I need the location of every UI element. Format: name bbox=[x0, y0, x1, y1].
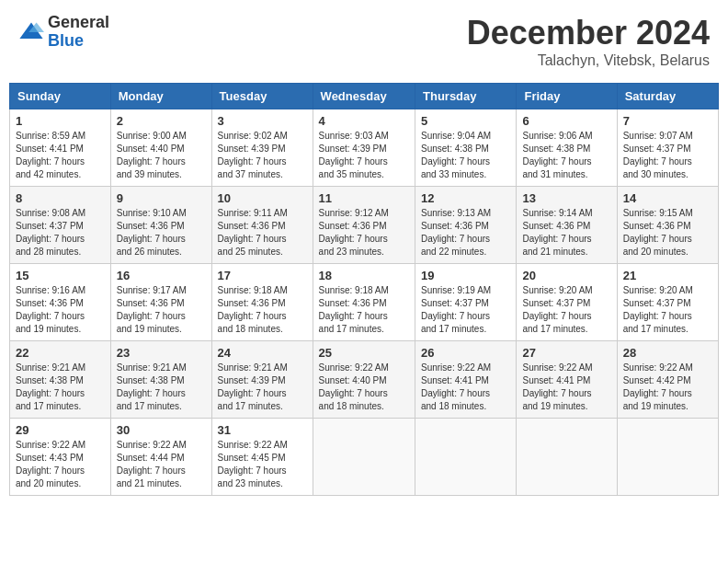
table-row: 26 Sunrise: 9:22 AMSunset: 4:41 PMDaylig… bbox=[415, 341, 517, 419]
day-number: 28 bbox=[623, 346, 712, 360]
col-wednesday: Wednesday bbox=[313, 84, 415, 109]
table-row: 10 Sunrise: 9:11 AMSunset: 4:36 PMDaylig… bbox=[211, 187, 313, 264]
col-monday: Monday bbox=[110, 84, 211, 109]
table-row: 18 Sunrise: 9:18 AMSunset: 4:36 PMDaylig… bbox=[313, 264, 415, 341]
day-number: 4 bbox=[319, 114, 409, 128]
calendar-header-row: Sunday Monday Tuesday Wednesday Thursday… bbox=[10, 84, 719, 109]
day-number: 9 bbox=[117, 191, 206, 205]
table-row: 2 Sunrise: 9:00 AMSunset: 4:40 PMDayligh… bbox=[110, 109, 211, 187]
logo-icon bbox=[18, 19, 44, 45]
day-info: Sunrise: 9:22 AMSunset: 4:40 PMDaylight:… bbox=[319, 362, 389, 411]
table-row: 25 Sunrise: 9:22 AMSunset: 4:40 PMDaylig… bbox=[313, 341, 415, 419]
day-info: Sunrise: 8:59 AMSunset: 4:41 PMDaylight:… bbox=[16, 131, 85, 179]
day-number: 6 bbox=[522, 114, 610, 128]
day-info: Sunrise: 9:22 AMSunset: 4:41 PMDaylight:… bbox=[522, 362, 592, 411]
logo: General Blue bbox=[18, 14, 109, 51]
calendar-table: Sunday Monday Tuesday Wednesday Thursday… bbox=[9, 83, 719, 496]
day-number: 12 bbox=[421, 191, 510, 205]
day-number: 14 bbox=[623, 191, 712, 205]
day-number: 1 bbox=[16, 114, 105, 128]
day-info: Sunrise: 9:15 AMSunset: 4:36 PMDaylight:… bbox=[623, 208, 693, 257]
table-row: 29 Sunrise: 9:22 AMSunset: 4:43 PMDaylig… bbox=[10, 419, 111, 496]
table-row: 15 Sunrise: 9:16 AMSunset: 4:36 PMDaylig… bbox=[10, 264, 111, 341]
day-number: 31 bbox=[218, 423, 307, 437]
day-info: Sunrise: 9:03 AMSunset: 4:39 PMDaylight:… bbox=[319, 131, 389, 179]
day-info: Sunrise: 9:06 AMSunset: 4:38 PMDaylight:… bbox=[522, 131, 592, 179]
day-number: 5 bbox=[421, 114, 510, 128]
day-number: 2 bbox=[117, 114, 206, 128]
table-row: 28 Sunrise: 9:22 AMSunset: 4:42 PMDaylig… bbox=[617, 341, 718, 419]
table-row bbox=[415, 419, 517, 496]
day-info: Sunrise: 9:10 AMSunset: 4:36 PMDaylight:… bbox=[117, 208, 187, 257]
day-number: 8 bbox=[16, 191, 105, 205]
day-info: Sunrise: 9:11 AMSunset: 4:36 PMDaylight:… bbox=[218, 208, 288, 257]
col-tuesday: Tuesday bbox=[211, 84, 313, 109]
table-row: 27 Sunrise: 9:22 AMSunset: 4:41 PMDaylig… bbox=[517, 341, 617, 419]
logo-blue: Blue bbox=[48, 32, 109, 51]
table-row: 23 Sunrise: 9:21 AMSunset: 4:38 PMDaylig… bbox=[110, 341, 211, 419]
day-info: Sunrise: 9:18 AMSunset: 4:36 PMDaylight:… bbox=[218, 285, 288, 334]
col-saturday: Saturday bbox=[617, 84, 718, 109]
col-sunday: Sunday bbox=[10, 84, 111, 109]
calendar-row: 15 Sunrise: 9:16 AMSunset: 4:36 PMDaylig… bbox=[10, 264, 719, 341]
table-row: 1 Sunrise: 8:59 AMSunset: 4:41 PMDayligh… bbox=[10, 109, 111, 187]
table-row: 24 Sunrise: 9:21 AMSunset: 4:39 PMDaylig… bbox=[211, 341, 313, 419]
table-row: 5 Sunrise: 9:04 AMSunset: 4:38 PMDayligh… bbox=[415, 109, 517, 187]
table-row: 31 Sunrise: 9:22 AMSunset: 4:45 PMDaylig… bbox=[211, 419, 313, 496]
day-number: 17 bbox=[218, 269, 307, 282]
table-row: 14 Sunrise: 9:15 AMSunset: 4:36 PMDaylig… bbox=[617, 187, 718, 264]
day-number: 13 bbox=[522, 191, 610, 205]
day-number: 18 bbox=[319, 269, 409, 282]
table-row: 12 Sunrise: 9:13 AMSunset: 4:36 PMDaylig… bbox=[415, 187, 517, 264]
table-row: 9 Sunrise: 9:10 AMSunset: 4:36 PMDayligh… bbox=[110, 187, 211, 264]
day-number: 21 bbox=[623, 269, 712, 282]
day-number: 16 bbox=[117, 269, 206, 282]
table-row: 13 Sunrise: 9:14 AMSunset: 4:36 PMDaylig… bbox=[517, 187, 617, 264]
table-row: 21 Sunrise: 9:20 AMSunset: 4:37 PMDaylig… bbox=[617, 264, 718, 341]
day-info: Sunrise: 9:17 AMSunset: 4:36 PMDaylight:… bbox=[117, 285, 187, 334]
calendar-row: 1 Sunrise: 8:59 AMSunset: 4:41 PMDayligh… bbox=[10, 109, 719, 187]
table-row bbox=[313, 419, 415, 496]
day-info: Sunrise: 9:22 AMSunset: 4:42 PMDaylight:… bbox=[623, 362, 693, 411]
table-row: 17 Sunrise: 9:18 AMSunset: 4:36 PMDaylig… bbox=[211, 264, 313, 341]
title-section: December 2024 Talachyn, Vitebsk, Belarus bbox=[467, 14, 710, 69]
logo-general: General bbox=[48, 14, 109, 32]
table-row: 30 Sunrise: 9:22 AMSunset: 4:44 PMDaylig… bbox=[110, 419, 211, 496]
day-number: 19 bbox=[421, 269, 510, 282]
day-info: Sunrise: 9:08 AMSunset: 4:37 PMDaylight:… bbox=[16, 208, 85, 257]
calendar-row: 29 Sunrise: 9:22 AMSunset: 4:43 PMDaylig… bbox=[10, 419, 719, 496]
day-info: Sunrise: 9:14 AMSunset: 4:36 PMDaylight:… bbox=[522, 208, 592, 257]
day-number: 10 bbox=[218, 191, 307, 205]
day-number: 25 bbox=[319, 346, 409, 360]
day-number: 26 bbox=[421, 346, 510, 360]
day-info: Sunrise: 9:19 AMSunset: 4:37 PMDaylight:… bbox=[421, 285, 491, 334]
day-number: 20 bbox=[522, 269, 610, 282]
day-info: Sunrise: 9:21 AMSunset: 4:38 PMDaylight:… bbox=[117, 362, 187, 411]
day-info: Sunrise: 9:20 AMSunset: 4:37 PMDaylight:… bbox=[522, 285, 592, 334]
day-number: 3 bbox=[218, 114, 307, 128]
table-row: 11 Sunrise: 9:12 AMSunset: 4:36 PMDaylig… bbox=[313, 187, 415, 264]
table-row: 6 Sunrise: 9:06 AMSunset: 4:38 PMDayligh… bbox=[517, 109, 617, 187]
table-row: 19 Sunrise: 9:19 AMSunset: 4:37 PMDaylig… bbox=[415, 264, 517, 341]
day-info: Sunrise: 9:02 AMSunset: 4:39 PMDaylight:… bbox=[218, 131, 288, 179]
day-info: Sunrise: 9:12 AMSunset: 4:36 PMDaylight:… bbox=[319, 208, 389, 257]
day-info: Sunrise: 9:16 AMSunset: 4:36 PMDaylight:… bbox=[16, 285, 85, 334]
table-row: 20 Sunrise: 9:20 AMSunset: 4:37 PMDaylig… bbox=[517, 264, 617, 341]
day-info: Sunrise: 9:22 AMSunset: 4:44 PMDaylight:… bbox=[117, 440, 187, 488]
table-row: 3 Sunrise: 9:02 AMSunset: 4:39 PMDayligh… bbox=[211, 109, 313, 187]
day-info: Sunrise: 9:18 AMSunset: 4:36 PMDaylight:… bbox=[319, 285, 389, 334]
table-row: 22 Sunrise: 9:21 AMSunset: 4:38 PMDaylig… bbox=[10, 341, 111, 419]
month-title: December 2024 bbox=[467, 14, 710, 52]
day-info: Sunrise: 9:13 AMSunset: 4:36 PMDaylight:… bbox=[421, 208, 491, 257]
table-row: 8 Sunrise: 9:08 AMSunset: 4:37 PMDayligh… bbox=[10, 187, 111, 264]
col-thursday: Thursday bbox=[415, 84, 517, 109]
col-friday: Friday bbox=[517, 84, 617, 109]
table-row: 7 Sunrise: 9:07 AMSunset: 4:37 PMDayligh… bbox=[617, 109, 718, 187]
calendar-row: 8 Sunrise: 9:08 AMSunset: 4:37 PMDayligh… bbox=[10, 187, 719, 264]
day-info: Sunrise: 9:22 AMSunset: 4:41 PMDaylight:… bbox=[421, 362, 491, 411]
logo-text: General Blue bbox=[48, 14, 109, 51]
calendar-row: 22 Sunrise: 9:21 AMSunset: 4:38 PMDaylig… bbox=[10, 341, 719, 419]
day-info: Sunrise: 9:20 AMSunset: 4:37 PMDaylight:… bbox=[623, 285, 693, 334]
day-number: 11 bbox=[319, 191, 409, 205]
day-info: Sunrise: 9:00 AMSunset: 4:40 PMDaylight:… bbox=[117, 131, 187, 179]
